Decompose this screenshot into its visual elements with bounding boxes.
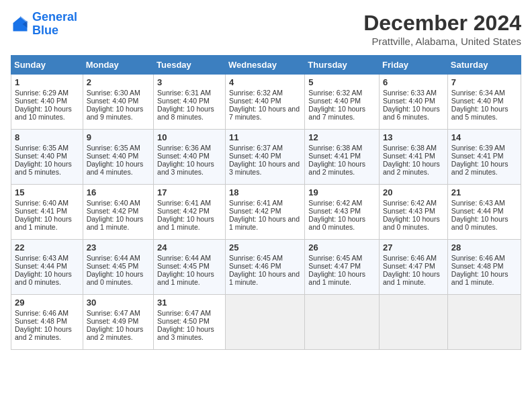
day-number: 25 [229, 242, 301, 253]
calendar-cell: 26Sunrise: 6:45 AMSunset: 4:47 PMDayligh… [305, 240, 380, 295]
daylight: Daylight: 10 hours and 7 minutes. [229, 105, 300, 121]
day-number: 24 [157, 242, 222, 253]
daylight: Daylight: 10 hours and 3 minutes. [157, 160, 214, 176]
daylight: Daylight: 10 hours and 5 minutes. [15, 160, 72, 176]
sunset: Sunset: 4:40 PM [87, 152, 139, 160]
sunrise: Sunrise: 6:46 AM [451, 254, 505, 262]
day-number: 12 [308, 132, 375, 142]
calendar-cell: 9Sunrise: 6:35 AMSunset: 4:40 PMDaylight… [83, 130, 153, 185]
calendar-cell: 20Sunrise: 6:42 AMSunset: 4:43 PMDayligh… [380, 185, 448, 240]
calendar-cell: 31Sunrise: 6:47 AMSunset: 4:50 PMDayligh… [154, 295, 226, 350]
calendar-cell: 17Sunrise: 6:41 AMSunset: 4:42 PMDayligh… [154, 185, 226, 240]
day-number: 3 [157, 77, 222, 87]
page-title: December 2024 [363, 11, 521, 36]
calendar-header-row: SundayMondayTuesdayWednesdayThursdayFrid… [11, 56, 521, 75]
logo: General Blue [11, 11, 77, 38]
logo-text: General Blue [32, 11, 77, 38]
daylight: Daylight: 10 hours and 1 minute. [87, 215, 144, 231]
calendar-cell [447, 295, 521, 350]
sunrise: Sunrise: 6:45 AM [308, 254, 362, 262]
day-number: 22 [15, 242, 79, 253]
page-subtitle: Prattville, Alabama, United States [363, 36, 521, 47]
daylight: Daylight: 10 hours and 2 minutes. [451, 160, 508, 176]
day-number: 19 [308, 187, 375, 197]
sunset: Sunset: 4:40 PM [451, 97, 504, 105]
daylight: Daylight: 10 hours and 2 minutes. [15, 325, 72, 341]
day-number: 18 [229, 187, 301, 197]
sunset: Sunset: 4:42 PM [229, 207, 281, 215]
day-number: 2 [87, 77, 150, 87]
calendar-cell: 11Sunrise: 6:37 AMSunset: 4:40 PMDayligh… [225, 130, 304, 185]
calendar-cell: 21Sunrise: 6:43 AMSunset: 4:44 PMDayligh… [447, 185, 521, 240]
day-number: 1 [15, 77, 79, 87]
sunset: Sunset: 4:48 PM [451, 262, 504, 270]
sunrise: Sunrise: 6:43 AM [15, 254, 69, 262]
calendar-cell: 7Sunrise: 6:34 AMSunset: 4:40 PMDaylight… [447, 75, 521, 130]
sunrise: Sunrise: 6:42 AM [383, 199, 437, 207]
sunset: Sunset: 4:41 PM [383, 152, 435, 160]
sunset: Sunset: 4:40 PM [87, 97, 139, 105]
sunrise: Sunrise: 6:44 AM [157, 254, 211, 262]
day-number: 6 [383, 77, 444, 87]
daylight: Daylight: 10 hours and 0 minutes. [308, 215, 365, 231]
calendar-week-row: 1Sunrise: 6:29 AMSunset: 4:40 PMDaylight… [11, 75, 521, 130]
sunset: Sunset: 4:45 PM [87, 262, 139, 270]
logo-icon [11, 15, 30, 34]
day-number: 16 [87, 187, 150, 197]
daylight: Daylight: 10 hours and 1 minute. [451, 270, 508, 286]
sunrise: Sunrise: 6:38 AM [308, 144, 362, 152]
sunset: Sunset: 4:50 PM [157, 317, 210, 325]
calendar-cell: 16Sunrise: 6:40 AMSunset: 4:42 PMDayligh… [83, 185, 153, 240]
day-number: 5 [308, 77, 375, 87]
sunrise: Sunrise: 6:39 AM [451, 144, 505, 152]
daylight: Daylight: 10 hours and 10 minutes. [15, 105, 72, 121]
daylight: Daylight: 10 hours and 6 minutes. [383, 105, 440, 121]
day-number: 14 [451, 132, 517, 142]
calendar-col-header: Monday [83, 56, 153, 75]
daylight: Daylight: 10 hours and 5 minutes. [451, 105, 508, 121]
calendar-cell: 1Sunrise: 6:29 AMSunset: 4:40 PMDaylight… [11, 75, 83, 130]
day-number: 28 [451, 242, 517, 253]
day-number: 27 [383, 242, 444, 253]
title-block: December 2024 Prattville, Alabama, Unite… [363, 11, 521, 47]
day-number: 4 [229, 77, 301, 87]
sunset: Sunset: 4:40 PM [157, 97, 210, 105]
sunset: Sunset: 4:42 PM [87, 207, 139, 215]
sunrise: Sunrise: 6:37 AM [229, 144, 283, 152]
sunset: Sunset: 4:40 PM [157, 152, 210, 160]
calendar-cell: 14Sunrise: 6:39 AMSunset: 4:41 PMDayligh… [447, 130, 521, 185]
sunrise: Sunrise: 6:40 AM [87, 199, 140, 207]
calendar-cell: 13Sunrise: 6:38 AMSunset: 4:41 PMDayligh… [380, 130, 448, 185]
sunset: Sunset: 4:42 PM [157, 207, 210, 215]
sunset: Sunset: 4:43 PM [308, 207, 361, 215]
day-number: 26 [308, 242, 375, 253]
calendar-cell: 15Sunrise: 6:40 AMSunset: 4:41 PMDayligh… [11, 185, 83, 240]
daylight: Daylight: 10 hours and 2 minutes. [383, 160, 440, 176]
sunset: Sunset: 4:47 PM [308, 262, 361, 270]
sunset: Sunset: 4:40 PM [15, 97, 67, 105]
calendar-cell: 8Sunrise: 6:35 AMSunset: 4:40 PMDaylight… [11, 130, 83, 185]
sunrise: Sunrise: 6:38 AM [383, 144, 437, 152]
day-number: 13 [383, 132, 444, 142]
day-number: 29 [15, 298, 79, 308]
sunset: Sunset: 4:46 PM [229, 262, 281, 270]
daylight: Daylight: 10 hours and 2 minutes. [308, 160, 365, 176]
calendar-week-row: 8Sunrise: 6:35 AMSunset: 4:40 PMDaylight… [11, 130, 521, 185]
sunrise: Sunrise: 6:47 AM [87, 309, 140, 317]
calendar-cell: 19Sunrise: 6:42 AMSunset: 4:43 PMDayligh… [305, 185, 380, 240]
calendar-cell: 23Sunrise: 6:44 AMSunset: 4:45 PMDayligh… [83, 240, 153, 295]
daylight: Daylight: 10 hours and 3 minutes. [157, 325, 214, 341]
daylight: Daylight: 10 hours and 3 minutes. [229, 160, 300, 176]
sunrise: Sunrise: 6:31 AM [157, 89, 211, 97]
sunset: Sunset: 4:44 PM [15, 262, 67, 270]
daylight: Daylight: 10 hours and 0 minutes. [87, 270, 144, 286]
sunrise: Sunrise: 6:34 AM [451, 89, 505, 97]
sunrise: Sunrise: 6:44 AM [87, 254, 140, 262]
calendar-cell: 4Sunrise: 6:32 AMSunset: 4:40 PMDaylight… [225, 75, 304, 130]
sunset: Sunset: 4:41 PM [15, 207, 67, 215]
sunrise: Sunrise: 6:29 AM [15, 89, 69, 97]
sunrise: Sunrise: 6:42 AM [308, 199, 362, 207]
calendar-col-header: Tuesday [154, 56, 226, 75]
daylight: Daylight: 10 hours and 1 minute. [15, 215, 72, 231]
calendar-week-row: 15Sunrise: 6:40 AMSunset: 4:41 PMDayligh… [11, 185, 521, 240]
